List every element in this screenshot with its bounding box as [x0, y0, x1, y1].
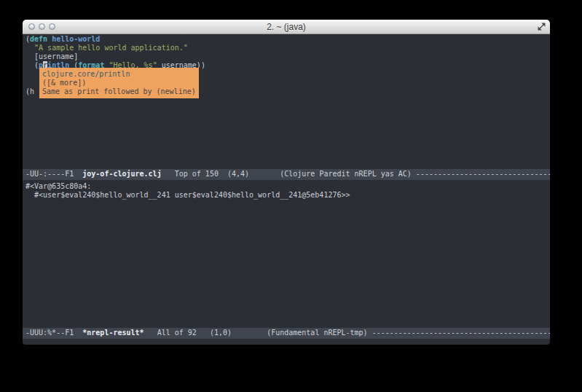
modeline-result-buffer: -UUU:%*--F1 *nrepl-result* All of 92 (1,… [23, 328, 550, 339]
modeline-buffer-name: *nrepl-result* [82, 329, 143, 337]
modeline-position: Top of 150 (4,4) [162, 170, 280, 178]
resize-arrows-icon[interactable] [538, 23, 546, 31]
modeline-buffer-name: joy-of-clojure.clj [82, 170, 161, 178]
window-title: 2. ~ (java) [23, 22, 550, 32]
modeline-modes: (Fundamental nREPL-tmp) [267, 329, 372, 337]
modeline-source-buffer: -UU-:----F1 joy-of-clojure.clj Top of 15… [23, 169, 550, 180]
modeline-position: All of 92 (1,0) [144, 329, 267, 337]
nrepl-result-buffer[interactable]: #<Var@635c80a4: #<user$eval240$hello_wor… [25, 182, 350, 200]
autocomplete-doc-popup: clojure.core/println ([& more]) Same as … [39, 68, 199, 98]
repl-output-line: #<Var@635c80a4: [25, 182, 350, 191]
repl-output-line: #<user$eval240$hello_world__241 user$eva… [25, 191, 350, 200]
terminal-window: 2. ~ (java) (defn hello-world "A sample … [23, 20, 550, 345]
window-titlebar[interactable]: 2. ~ (java) [23, 20, 550, 34]
emacs-frame: (defn hello-world "A sample hello world … [23, 34, 550, 345]
modeline-filler-dashes: ----------------------------------------… [372, 329, 550, 337]
modeline-modes: (Clojure Paredit nREPL yas AC) [280, 170, 416, 178]
popup-symbol-name: clojure.core/println [42, 70, 199, 79]
minibuffer[interactable] [23, 339, 550, 345]
modeline-status-flags: -UU-:----F1 [25, 170, 82, 178]
popup-docstring: Same as print followed by (newline) [42, 87, 199, 96]
modeline-status-flags: -UUU:%*--F1 [25, 329, 82, 337]
modeline-filler-dashes: ----------------------------------------… [416, 170, 550, 178]
desktop-background: 2. ~ (java) (defn hello-world "A sample … [0, 0, 582, 392]
popup-arglist: ([& more]) [42, 79, 199, 87]
